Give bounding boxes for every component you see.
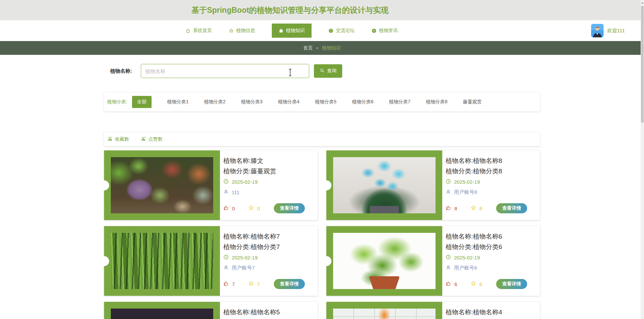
plant-photo-frame xyxy=(326,150,442,220)
welcome-text: 欢迎111 xyxy=(607,28,625,34)
category-filter-label: 植物分类: xyxy=(107,99,127,105)
sort-item-label: 点赞数 xyxy=(148,136,162,142)
plant-card: 植物名称:植物名称7 植物分类:植物分类7 2025-02-19 用户账号7 7… xyxy=(104,226,318,296)
category-option-2[interactable]: 植物分类2 xyxy=(204,99,226,105)
card-notch xyxy=(99,256,109,266)
category-option-6[interactable]: 植物分类6 xyxy=(352,99,374,105)
breadcrumb-current: 植物知识 xyxy=(322,45,341,51)
nav-item-plant-news[interactable]: ? 植物资讯 xyxy=(372,28,398,34)
plant-date: 2025-02-19 xyxy=(454,179,480,185)
plant-card: 植物名称:滕文 植物分类:藤蔓观赏 2025-02-19 111 0 0 查看详… xyxy=(104,150,318,220)
nav-item-label: 系统首页 xyxy=(193,28,212,34)
view-detail-button[interactable]: 查看详情 xyxy=(274,279,305,289)
user-icon xyxy=(446,189,451,196)
category-option-7[interactable]: 植物分类7 xyxy=(389,99,411,105)
view-detail-button[interactable]: 查看详情 xyxy=(274,203,305,213)
briefcase-icon xyxy=(279,28,284,33)
question-circle-icon: ? xyxy=(372,28,377,33)
plant-photo-frame xyxy=(326,226,442,296)
plant-category: 植物分类:植物分类6 xyxy=(446,243,532,250)
home-icon xyxy=(186,28,191,33)
plant-photo[interactable] xyxy=(333,309,436,319)
user-icon xyxy=(223,189,229,196)
like-count: 7 xyxy=(232,281,235,287)
plant-photo[interactable] xyxy=(333,233,436,289)
star-icon xyxy=(229,28,234,33)
plant-photo[interactable] xyxy=(111,309,213,319)
user-icon xyxy=(446,265,451,271)
category-option-5[interactable]: 植物分类5 xyxy=(315,99,336,105)
sort-item-label: 收藏数 xyxy=(115,136,129,142)
sort-by-favorites[interactable]: 收藏数 xyxy=(108,136,129,142)
svg-text:?: ? xyxy=(373,29,375,32)
plant-category: 植物分类:植物分类8 xyxy=(446,168,532,175)
nav-item-system-home[interactable]: 系统首页 xyxy=(186,28,212,34)
star-icon xyxy=(471,281,476,287)
plant-photo[interactable] xyxy=(333,157,436,213)
vertical-scrollbar[interactable] xyxy=(641,0,644,319)
nav-item-plant-info[interactable]: 植物信息 xyxy=(229,28,255,34)
page-title: 基于SpringBoot的植物知识管理与分享平台的设计与实现 xyxy=(0,5,644,15)
plant-photo-frame xyxy=(104,302,220,319)
plant-name: 植物名称:植物名称5 xyxy=(223,309,310,316)
plant-name: 植物名称:植物名称4 xyxy=(446,309,532,316)
clock-icon xyxy=(223,179,229,185)
plant-photo-frame xyxy=(326,302,442,319)
scroll-up-arrow-icon[interactable] xyxy=(641,0,644,6)
breadcrumb: 首页 • 植物知识 xyxy=(0,41,644,55)
plant-card-partial: 植物名称:植物名称4 xyxy=(326,302,540,319)
plant-name: 植物名称:植物名称6 xyxy=(446,233,532,240)
nav-item-label: 植物资讯 xyxy=(379,28,398,34)
category-option-all[interactable]: 全部 xyxy=(132,96,152,108)
category-option-8[interactable]: 植物分类8 xyxy=(426,99,447,105)
top-header: 基于SpringBoot的植物知识管理与分享平台的设计与实现 xyxy=(0,0,644,20)
sort-by-likes[interactable]: 点赞数 xyxy=(141,136,162,142)
plant-user: 用户账号6 xyxy=(454,265,477,271)
plant-category: 植物分类:植物分类7 xyxy=(223,243,310,250)
query-button[interactable]: 查询 xyxy=(314,64,342,78)
plant-photo[interactable] xyxy=(111,233,213,289)
clock-icon xyxy=(446,179,451,185)
favorite-count: 8 xyxy=(479,206,482,211)
thumbs-up-icon xyxy=(446,281,451,287)
category-option-3[interactable]: 植物分类3 xyxy=(241,99,262,105)
plant-card-partial: 植物名称:植物名称5 xyxy=(104,302,318,319)
exclamation-circle-icon xyxy=(328,28,333,33)
nav-item-label: 植物信息 xyxy=(236,28,255,34)
thumbs-up-icon xyxy=(223,205,229,212)
plant-category: 植物分类:藤蔓观赏 xyxy=(223,168,310,175)
nav-item-forum[interactable]: 交流论坛 xyxy=(328,28,355,34)
card-notch xyxy=(321,256,331,266)
star-icon xyxy=(471,205,476,212)
favorite-count: 6 xyxy=(479,281,482,287)
nav-item-plant-knowledge[interactable]: 植物知识 xyxy=(272,24,312,38)
star-icon xyxy=(248,281,254,287)
search-label: 植物名称: xyxy=(110,68,132,74)
chart-icon xyxy=(108,136,113,142)
plant-card: 植物名称:植物名称6 植物分类:植物分类6 2025-02-19 用户账号6 6… xyxy=(326,226,540,296)
plant-user: 111 xyxy=(232,189,239,195)
plant-user: 用户账号8 xyxy=(454,189,477,196)
view-detail-button[interactable]: 查看详情 xyxy=(496,279,527,289)
like-count: 8 xyxy=(454,206,457,211)
query-button-label: 查询 xyxy=(327,68,336,74)
card-notch xyxy=(99,180,109,190)
chart-icon xyxy=(141,136,146,142)
category-option-4[interactable]: 植物分类4 xyxy=(278,99,299,105)
plant-photo-frame xyxy=(104,150,220,220)
sort-bar: 收藏数 点赞数 xyxy=(104,132,540,146)
category-option-vine[interactable]: 藤蔓观赏 xyxy=(463,99,482,105)
search-input[interactable] xyxy=(141,64,309,78)
plant-name: 植物名称:滕文 xyxy=(223,157,310,164)
plant-user: 用户账号7 xyxy=(232,265,255,271)
plant-card: 植物名称:植物名称8 植物分类:植物分类8 2025-02-19 用户账号8 8… xyxy=(326,150,540,220)
category-option-1[interactable]: 植物分类1 xyxy=(167,99,189,105)
breadcrumb-separator: • xyxy=(316,45,318,51)
user-avatar[interactable] xyxy=(591,24,604,37)
plant-photo[interactable] xyxy=(111,157,213,213)
plant-name: 植物名称:植物名称7 xyxy=(223,233,310,240)
view-detail-button[interactable]: 查看详情 xyxy=(496,203,527,213)
breadcrumb-home[interactable]: 首页 xyxy=(303,45,313,51)
scrollbar-thumb[interactable] xyxy=(641,6,644,123)
favorite-count: 0 xyxy=(257,206,260,211)
